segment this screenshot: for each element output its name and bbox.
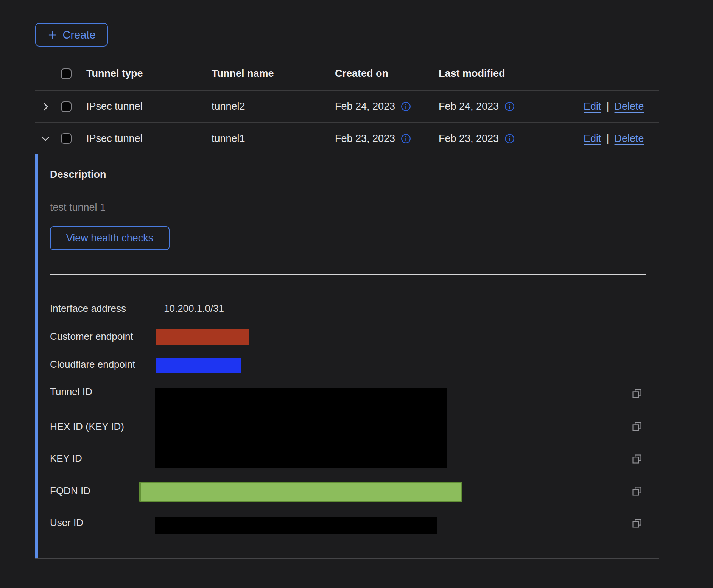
description-label: Description	[50, 169, 106, 180]
copy-fqdn-id-button[interactable]	[632, 486, 642, 496]
action-separator: |	[607, 133, 609, 145]
edit-link[interactable]: Edit	[584, 133, 601, 145]
chevron-down-icon	[40, 133, 51, 144]
info-icon	[504, 134, 515, 144]
tunnel-type-cell: IPsec tunnel	[86, 101, 212, 112]
column-header-last-modified: Last modified	[439, 68, 584, 79]
copy-icon	[632, 486, 642, 496]
info-button[interactable]	[401, 101, 411, 112]
info-button[interactable]	[504, 101, 515, 112]
expand-row-button[interactable]	[35, 101, 55, 112]
copy-user-id-button[interactable]	[632, 518, 642, 529]
table-header: Tunnel type Tunnel name Created on Last …	[35, 57, 659, 91]
description-value: test tunnel 1	[50, 202, 106, 213]
copy-icon	[632, 388, 642, 399]
tunnels-table: Tunnel type Tunnel name Created on Last …	[35, 57, 659, 154]
user-id-redaction	[155, 517, 437, 534]
panel-accent-bar	[35, 154, 38, 559]
select-all-checkbox[interactable]	[61, 68, 72, 79]
copy-icon	[632, 454, 642, 464]
created-on-cell: Feb 23, 2023	[335, 133, 395, 145]
cloudflare-endpoint-label: Cloudflare endpoint	[50, 359, 135, 370]
column-header-tunnel-type: Tunnel type	[86, 68, 212, 79]
interface-address-value: 10.200.1.0/31	[164, 303, 224, 314]
user-id-label: User ID	[50, 517, 83, 529]
table-row: IPsec tunnel tunnel1 Feb 23, 2023 Feb 23…	[35, 123, 659, 154]
create-button[interactable]: Create	[35, 23, 108, 47]
table-row: IPsec tunnel tunnel2 Feb 24, 2023 Feb 24…	[35, 91, 659, 123]
delete-link[interactable]: Delete	[615, 133, 644, 145]
tunnel-id-label: Tunnel ID	[50, 386, 92, 398]
column-header-created-on: Created on	[335, 68, 439, 79]
customer-endpoint-redaction	[156, 329, 249, 345]
panel-bottom-divider	[35, 558, 659, 559]
tunnel-id-group-redaction	[155, 388, 447, 468]
fqdn-id-label: FQDN ID	[50, 485, 90, 497]
customer-endpoint-label: Customer endpoint	[50, 331, 133, 342]
copy-icon	[632, 421, 642, 432]
tunnel-name-cell: tunnel1	[212, 133, 335, 145]
info-button[interactable]	[401, 134, 411, 144]
delete-link[interactable]: Delete	[615, 101, 644, 112]
tunnel-type-cell: IPsec tunnel	[86, 133, 212, 145]
collapse-row-button[interactable]	[35, 133, 55, 144]
copy-key-id-button[interactable]	[632, 454, 642, 464]
row-checkbox[interactable]	[61, 133, 72, 144]
create-button-label: Create	[62, 29, 95, 41]
chevron-right-icon	[40, 101, 51, 112]
action-separator: |	[607, 101, 609, 112]
view-health-checks-button[interactable]: View health checks	[50, 226, 170, 250]
row-checkbox[interactable]	[61, 101, 72, 112]
copy-tunnel-id-button[interactable]	[632, 388, 642, 399]
info-icon	[401, 134, 411, 144]
last-modified-cell: Feb 24, 2023	[439, 101, 499, 112]
cloudflare-endpoint-redaction	[156, 358, 241, 373]
created-on-cell: Feb 24, 2023	[335, 101, 395, 112]
copy-hex-id-button[interactable]	[632, 421, 642, 432]
copy-icon	[632, 518, 642, 529]
interface-address-label: Interface address	[50, 303, 126, 314]
info-icon	[401, 101, 411, 112]
fqdn-id-redaction	[139, 482, 462, 502]
edit-link[interactable]: Edit	[584, 101, 601, 112]
last-modified-cell: Feb 23, 2023	[439, 133, 499, 145]
plus-icon	[47, 30, 58, 40]
key-id-label: KEY ID	[50, 453, 82, 464]
tunnel-name-cell: tunnel2	[212, 101, 335, 112]
info-button[interactable]	[504, 134, 515, 144]
expanded-tunnel-panel: Description test tunnel 1 View health ch…	[35, 154, 659, 559]
column-header-tunnel-name: Tunnel name	[212, 68, 335, 79]
info-icon	[504, 101, 515, 112]
hex-id-label: HEX ID (KEY ID)	[50, 421, 124, 432]
section-divider	[50, 274, 646, 275]
